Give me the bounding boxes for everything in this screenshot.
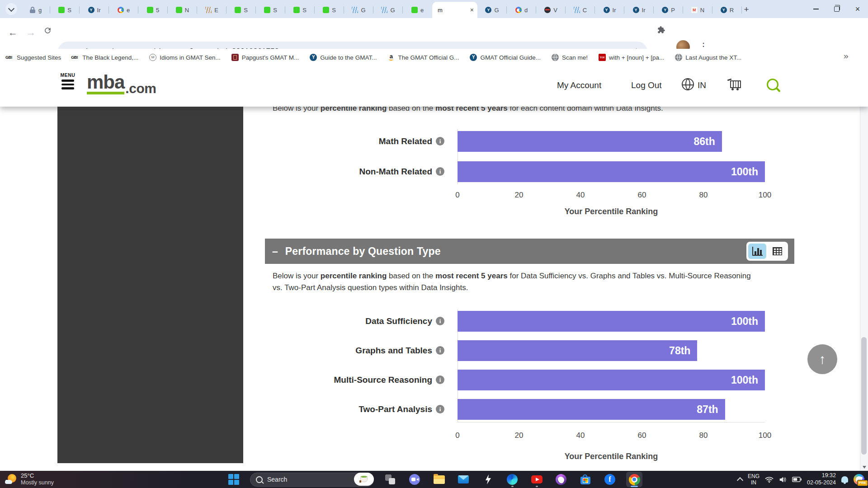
info-icon[interactable] xyxy=(436,346,444,355)
tab[interactable]: Ir xyxy=(595,2,624,18)
chrome-button-active[interactable] xyxy=(626,472,642,487)
tab[interactable]: V xyxy=(536,2,566,18)
extensions-button[interactable] xyxy=(656,25,665,37)
tab[interactable]: S xyxy=(256,2,285,18)
battery-icon[interactable] xyxy=(792,477,802,482)
weather-widget[interactable]: 25°C Mostly sunny xyxy=(5,472,54,487)
mba-logo[interactable]: mba .com xyxy=(87,74,156,96)
restore-button[interactable] xyxy=(826,0,847,18)
copilot-button[interactable]: PRE xyxy=(854,474,864,485)
mail-button[interactable] xyxy=(455,472,472,487)
gmac-favicon-icon xyxy=(470,54,477,61)
tray-overflow-chevron-icon[interactable] xyxy=(737,477,743,483)
table-view-button[interactable] xyxy=(768,244,786,259)
file-explorer-button[interactable] xyxy=(431,472,447,487)
volume-icon[interactable] xyxy=(779,476,787,483)
tab-active[interactable]: m× xyxy=(432,2,477,18)
scrollbar-thumb[interactable] xyxy=(861,337,867,455)
bookmark-item[interactable]: The GMAT Official G... xyxy=(387,54,459,61)
chat-button[interactable] xyxy=(406,472,423,487)
bookmark-item[interactable]: Suggested Sites xyxy=(6,54,61,61)
tab[interactable]: G xyxy=(477,2,507,18)
info-icon[interactable] xyxy=(436,317,444,325)
tab[interactable]: G xyxy=(344,2,373,18)
axis-tick-label: 60 xyxy=(638,191,646,200)
scrollbar-down-button[interactable] xyxy=(860,463,868,471)
bookmark-item[interactable]: Papgust's GMAT M... xyxy=(231,54,299,61)
locale-globe-icon[interactable] xyxy=(682,78,694,90)
papgust-favicon-icon xyxy=(231,54,239,61)
cart-icon[interactable] xyxy=(729,79,741,90)
wifi-icon[interactable] xyxy=(765,476,774,483)
bar-chart-icon xyxy=(752,247,763,256)
bookmarks-overflow-chevron[interactable]: » xyxy=(844,51,849,61)
tab[interactable]: S xyxy=(315,2,344,18)
tab-title: N xyxy=(700,7,704,14)
tab[interactable]: Ir xyxy=(624,2,654,18)
tab[interactable]: S xyxy=(285,2,315,18)
tab[interactable]: P xyxy=(654,2,683,18)
minimize-button[interactable] xyxy=(806,0,826,18)
tab[interactable]: S xyxy=(50,2,80,18)
info-icon[interactable] xyxy=(436,137,444,145)
microsoft-store-button[interactable] xyxy=(577,472,594,487)
bookmark-item[interactable]: GMAT Official Guide... xyxy=(470,54,541,61)
tab[interactable]: E xyxy=(197,2,226,18)
close-button[interactable]: × xyxy=(847,0,868,18)
tab[interactable]: N xyxy=(168,2,197,18)
tab[interactable]: Ir xyxy=(80,2,109,18)
info-icon[interactable] xyxy=(436,375,444,384)
green-square-favicon-icon xyxy=(323,7,329,13)
microsoft-365-button[interactable] xyxy=(553,472,569,487)
tab[interactable]: N xyxy=(683,2,712,18)
bookmark-item[interactable]: Guide to the GMAT... xyxy=(310,54,377,61)
notification-bell-icon[interactable] xyxy=(841,476,848,483)
bookmark-item[interactable]: with + [noun] + [pa... xyxy=(599,54,664,61)
bookmark-item[interactable]: Scan me! xyxy=(552,54,588,61)
puzzle-icon xyxy=(656,25,665,34)
tab[interactable]: R xyxy=(712,2,742,18)
site-search-icon[interactable] xyxy=(767,79,778,90)
tab[interactable]: C xyxy=(566,2,595,18)
menu-button[interactable]: MENU xyxy=(59,72,77,89)
tab-list-dropdown-button[interactable] xyxy=(5,3,17,15)
start-button[interactable] xyxy=(226,472,242,487)
chart-view-button[interactable] xyxy=(748,244,766,259)
new-tab-button[interactable]: + xyxy=(741,4,752,15)
nav-locale[interactable]: IN xyxy=(698,80,706,90)
reload-button[interactable] xyxy=(43,26,52,37)
search-highlight-button[interactable] xyxy=(354,473,374,486)
nav-log-out[interactable]: Log Out xyxy=(631,80,662,90)
facebook-button[interactable]: f xyxy=(602,472,618,487)
edge-button[interactable] xyxy=(504,472,520,487)
tab[interactable]: e xyxy=(109,2,138,18)
tab[interactable]: d xyxy=(507,2,536,18)
section-performance-by-question-type[interactable]: – Performance by Question Type xyxy=(265,239,794,264)
page-scrollbar[interactable] xyxy=(860,66,868,471)
info-icon[interactable] xyxy=(436,167,444,176)
taskbar-search[interactable]: Search xyxy=(250,473,374,487)
tab-title: S xyxy=(273,7,277,14)
info-icon[interactable] xyxy=(436,405,444,413)
bookmark-label: The GMAT Official G... xyxy=(398,54,459,61)
language-indicator[interactable]: ENG IN xyxy=(748,473,760,486)
chevrons-blue-favicon-icon xyxy=(574,7,580,13)
tab[interactable]: 5 xyxy=(138,2,168,18)
bookmark-item[interactable]: The Black Legend,... xyxy=(72,54,138,61)
bookmark-item[interactable]: Idioms in GMAT Sen... xyxy=(149,54,221,61)
youtube-button[interactable] xyxy=(528,472,545,487)
nav-my-account[interactable]: My Account xyxy=(557,80,601,90)
tab[interactable]: g xyxy=(21,2,50,18)
clock[interactable]: 19:32 02-05-2024 xyxy=(807,472,836,486)
scroll-to-top-button[interactable]: ↑ xyxy=(807,344,837,374)
bookmark-item[interactable]: Last August the XT... xyxy=(675,54,741,61)
tab[interactable]: e xyxy=(403,2,432,18)
collapse-minus-icon[interactable]: – xyxy=(272,245,278,258)
task-view-button[interactable] xyxy=(382,472,398,487)
back-button[interactable]: ← xyxy=(8,27,18,38)
forward-button[interactable]: → xyxy=(26,27,36,38)
tab-close-icon[interactable]: × xyxy=(470,7,474,13)
lightning-app-button[interactable] xyxy=(480,472,496,487)
tab[interactable]: S xyxy=(226,2,256,18)
tab[interactable]: G xyxy=(373,2,403,18)
